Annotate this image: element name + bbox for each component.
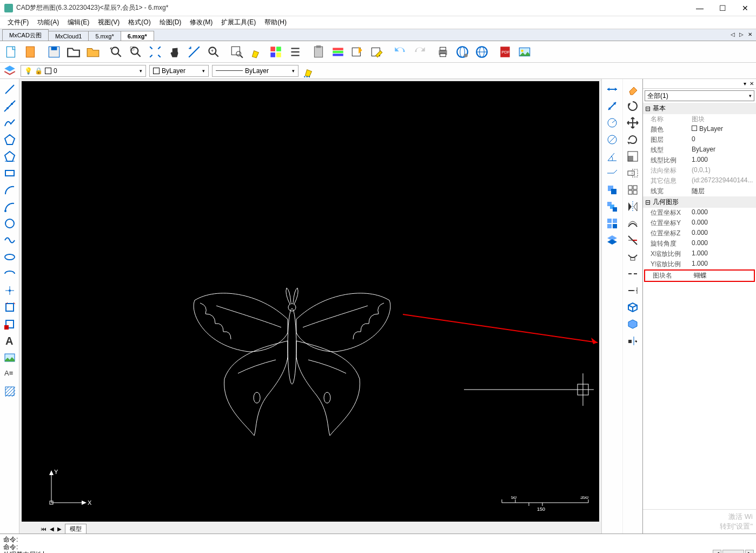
- colors-button[interactable]: [267, 43, 285, 61]
- polygon-tool[interactable]: [2, 131, 18, 148]
- prop-ltscale[interactable]: 线型比例1.000: [643, 155, 756, 166]
- text-tool[interactable]: A: [2, 333, 18, 349]
- prop-lineweight[interactable]: 线宽随层: [643, 186, 756, 196]
- move-tool[interactable]: [625, 115, 641, 131]
- prop-posx[interactable]: 位置坐标X0.000: [643, 208, 756, 218]
- spline-tool[interactable]: [2, 232, 18, 248]
- menu-draw[interactable]: 绘图(D): [155, 17, 186, 28]
- offset-tool[interactable]: [625, 215, 641, 232]
- menu-function[interactable]: 功能(A): [33, 17, 63, 28]
- linetype-select[interactable]: ByLayer ▾: [212, 65, 299, 77]
- tab-prev-icon[interactable]: ◀: [50, 526, 54, 532]
- drawing-canvas[interactable]: Y X 50 350 150: [22, 81, 599, 522]
- dim-aligned-tool[interactable]: [604, 98, 620, 114]
- cmd-scroll-right[interactable]: ▶: [745, 550, 754, 553]
- highlight-button[interactable]: [247, 43, 266, 61]
- new-doc-button[interactable]: [22, 43, 40, 61]
- save-button[interactable]: [45, 43, 63, 61]
- menu-modify[interactable]: 修改(M): [185, 17, 217, 28]
- line-tool[interactable]: [2, 81, 18, 97]
- redo-button[interactable]: [410, 43, 429, 61]
- prop-color[interactable]: 颜色ByLayer: [643, 124, 756, 135]
- list-button[interactable]: [286, 43, 304, 61]
- pen-button[interactable]: [302, 64, 317, 78]
- copy-multi-tool[interactable]: [604, 199, 620, 215]
- prop-posy[interactable]: 位置坐标Y0.000: [643, 218, 756, 228]
- cmd-scroll-thumb[interactable]: [722, 550, 744, 553]
- extend2-tool[interactable]: [625, 282, 641, 299]
- prop-posz[interactable]: 位置坐标Z0.000: [643, 228, 756, 239]
- print-button[interactable]: [434, 43, 452, 61]
- pan-button[interactable]: [165, 43, 184, 61]
- zoom-extents-button[interactable]: [146, 43, 164, 61]
- stretch-tool[interactable]: [625, 165, 641, 181]
- prop-scaley[interactable]: Y缩放比例1.000: [643, 259, 756, 269]
- render-tool[interactable]: [625, 316, 641, 332]
- 3d-tool[interactable]: [625, 299, 641, 315]
- block-insert-tool[interactable]: [2, 299, 18, 315]
- model-tab[interactable]: 模型: [65, 524, 87, 534]
- palette-button[interactable]: [329, 43, 347, 61]
- command-area[interactable]: 命令: 命令: 处理基本属性 ◀ ▶: [0, 534, 756, 553]
- dim-ordinate-tool[interactable]: [604, 165, 620, 181]
- dim-linear-tool[interactable]: [604, 81, 620, 97]
- trim-tool[interactable]: [625, 232, 641, 248]
- mtext-tool[interactable]: A≡: [2, 366, 18, 383]
- align-tool[interactable]: [625, 333, 641, 349]
- menu-help[interactable]: 帮助(H): [260, 17, 291, 28]
- dim-angular-tool[interactable]: [604, 148, 620, 164]
- layer-copy-tool[interactable]: [604, 232, 620, 248]
- image-button[interactable]: [515, 43, 534, 61]
- tab-first-icon[interactable]: ⏮: [41, 526, 47, 532]
- copy-tool[interactable]: [604, 182, 620, 198]
- arc2-tool[interactable]: [2, 199, 18, 215]
- mirror-tool[interactable]: [625, 199, 641, 215]
- erase-tool[interactable]: [625, 81, 641, 97]
- property-button[interactable]: [368, 43, 386, 61]
- panel-close-icon[interactable]: ✕: [750, 81, 754, 87]
- prop-linetype[interactable]: 线型ByLayer: [643, 145, 756, 155]
- rotate-tool[interactable]: [625, 98, 641, 114]
- dim-diameter-tool[interactable]: [604, 131, 620, 148]
- maximize-button[interactable]: ☐: [716, 2, 729, 15]
- group-basic[interactable]: ⊟基本: [643, 103, 756, 114]
- image-tool[interactable]: [2, 350, 18, 366]
- close-button[interactable]: ✕: [739, 2, 752, 15]
- hatch-tool[interactable]: [2, 383, 18, 399]
- polyline-tool[interactable]: [2, 115, 18, 131]
- new-file-button[interactable]: [2, 43, 21, 61]
- polygon2-tool[interactable]: [2, 148, 18, 164]
- group-geometry[interactable]: ⊟几何图形: [643, 196, 756, 208]
- prop-scalex[interactable]: X缩放比例1.000: [643, 249, 756, 259]
- selection-filter[interactable]: 全部(1) ▾: [645, 90, 754, 101]
- find-button[interactable]: [228, 43, 246, 61]
- export-button[interactable]: [348, 43, 367, 61]
- cmd-input[interactable]: 处理基本属性: [3, 550, 753, 553]
- web-button[interactable]: [473, 43, 491, 61]
- tab-close-icon[interactable]: ✕: [746, 30, 754, 38]
- menu-edit[interactable]: 编辑(E): [63, 17, 94, 28]
- ellipse-arc-tool[interactable]: [2, 266, 18, 282]
- rotate2-tool[interactable]: [625, 131, 641, 148]
- ellipse-tool[interactable]: [2, 249, 18, 265]
- menu-file[interactable]: 文件(F): [3, 17, 33, 28]
- zoom-realtime-button[interactable]: +: [204, 43, 223, 61]
- folder-button[interactable]: [84, 43, 102, 61]
- menu-ext[interactable]: 扩展工具(E): [217, 17, 260, 28]
- tab-next-icon[interactable]: ▷: [738, 30, 745, 38]
- break-tool[interactable]: [625, 266, 641, 282]
- undo-button[interactable]: [391, 43, 409, 61]
- menu-format[interactable]: 格式(O): [124, 17, 155, 28]
- point-tool[interactable]: [2, 282, 18, 299]
- measure-button[interactable]: [185, 43, 203, 61]
- scale-tool[interactable]: [625, 148, 641, 164]
- tab-6mxg[interactable]: 6.mxg*: [121, 31, 154, 41]
- tab-next-icon[interactable]: ▶: [57, 526, 62, 532]
- zoom-window-button[interactable]: [127, 43, 145, 61]
- array-tool[interactable]: [604, 215, 620, 232]
- circle-tool[interactable]: [2, 215, 18, 232]
- menu-view[interactable]: 视图(V): [94, 17, 124, 28]
- grid-tool[interactable]: [625, 182, 641, 198]
- extend-tool[interactable]: [625, 249, 641, 265]
- rectangle-tool[interactable]: [2, 165, 18, 181]
